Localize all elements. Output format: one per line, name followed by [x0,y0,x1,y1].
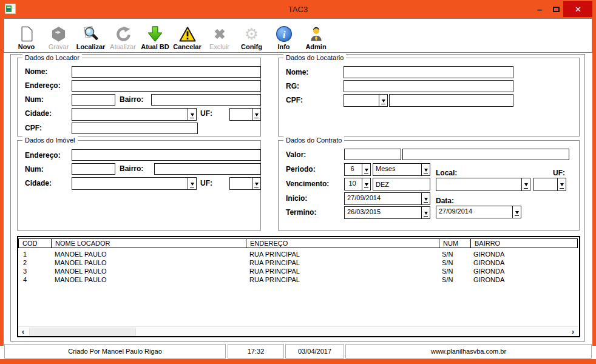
dropdown-arrow-icon[interactable] [379,95,387,106]
dropdown-arrow-icon[interactable] [421,207,430,218]
locador-cidade-combo[interactable] [72,108,197,121]
gear-icon: ⚙ [245,24,259,43]
contrato-periodo-unidade-combo[interactable]: Meses [373,163,430,176]
contrato-vencimento-mes-input[interactable] [373,178,430,190]
combo-value: 6 [345,164,362,175]
table-row[interactable]: 1 MANOEL PAULO RUA PRINCIPAL S/N GIRONDA [18,251,578,259]
contrato-termino-combo[interactable]: 26/03/2015 [344,206,430,219]
cell-cod: 2 [23,259,27,266]
imovel-bairro-input[interactable] [154,163,261,175]
contrato-inicio-combo[interactable]: 27/09/2014 [344,192,430,205]
statusbar-date: 03/04/2017 [285,344,344,359]
toolbar-button-conifg[interactable]: ⚙ Conifg [235,22,268,51]
toolbar-button-novo[interactable]: Novo [10,22,42,51]
minimize-button[interactable]: – [532,1,547,17]
cell-cod: 1 [23,251,27,258]
dropdown-arrow-icon[interactable] [512,206,521,218]
toolbar-button-admin[interactable]: Admin [300,22,332,51]
dropdown-arrow-icon[interactable] [362,178,370,190]
column-header-bairro[interactable]: BAIRRO [471,239,577,248]
toolbar-label: Atual BD [141,43,169,51]
toolbar-button-gravar[interactable]: Gravar [42,22,75,51]
imovel-cidade-combo[interactable] [72,177,197,190]
records-list[interactable]: COD NOME LOCADOR ENDEREÇO NUM BAIRRO 1 M… [17,236,580,337]
column-header-cod[interactable]: COD [19,239,52,248]
contrato-periodo-qtd-combo[interactable]: 6 [344,163,371,176]
toolbar-button-excluir[interactable]: Excluir [203,22,235,51]
cell-bairro: GIRONDA [473,251,504,258]
locatario-rg-label: RG: [286,82,299,90]
toolbar-button-info[interactable]: i Info [268,22,300,51]
locatario-cpf-tipo-combo[interactable] [344,94,388,107]
contrato-valor-moeda-input[interactable] [344,149,401,160]
locador-cidade-label: Cidade: [25,109,52,118]
group-title: Dados do Locador [22,53,82,62]
dropdown-arrow-icon[interactable] [362,164,370,175]
dropdown-arrow-icon[interactable] [421,193,430,204]
locador-nome-input[interactable] [72,66,261,78]
imovel-uf-combo[interactable] [229,177,261,190]
table-row[interactable]: 4 MANOEL PAULO RUA PRINCIPAL S/N GIRONDA [18,276,578,285]
imovel-num-input[interactable] [72,163,115,175]
combo-value: 26/03/2015 [345,207,421,218]
toolbar-label: Novo [18,43,35,51]
cell-nome-locador: MANOEL PAULO [55,259,107,266]
dropdown-arrow-icon[interactable] [188,178,196,189]
column-header-endereco[interactable]: ENDEREÇO [246,239,439,248]
dropdown-arrow-icon[interactable] [421,164,430,175]
dropdown-arrow-icon[interactable] [188,109,196,120]
dropdown-arrow-icon[interactable] [521,178,530,190]
imovel-num-label: Num: [25,165,44,174]
locatario-rg-input[interactable] [344,80,513,92]
combo-value [230,109,252,120]
save-hexagon-icon [50,24,67,43]
locatario-cpf-input[interactable] [389,94,513,107]
contrato-uf-label: UF: [553,169,565,177]
toolbar-button-localizar[interactable]: Localizar [75,22,107,51]
dropdown-arrow-icon[interactable] [252,178,260,189]
cell-nome-locador: MANOEL PAULO [55,276,107,283]
maximize-button[interactable] [548,1,564,17]
contrato-local-combo[interactable] [436,178,530,191]
list-header: COD NOME LOCADOR ENDEREÇO NUM BAIRRO [18,238,578,248]
locador-bairro-input[interactable] [151,94,261,106]
group-dados-do-locador: Dados do Locador Nome: Endereço: Num: Ba… [17,58,261,136]
combo-value: 10 [345,178,362,190]
contrato-termino-label: Termino: [286,208,316,217]
dropdown-arrow-icon[interactable] [252,109,260,120]
contrato-valor-label: Valor: [286,150,306,159]
table-row[interactable]: 2 MANOEL PAULO RUA PRINCIPAL S/N GIRONDA [18,259,578,268]
combo-value [534,178,557,190]
cell-bairro: GIRONDA [473,276,504,283]
combo-value: 27/09/2014 [436,206,512,218]
contrato-valor-input[interactable] [402,149,569,160]
scroll-left-icon[interactable]: ‹ [18,327,28,336]
imovel-uf-label: UF: [200,179,212,187]
locador-cpf-input[interactable] [72,123,198,134]
search-icon [83,24,100,43]
locador-num-input[interactable] [72,94,115,106]
locador-endereco-input[interactable] [72,80,261,92]
column-header-nome-locador[interactable]: NOME LOCADOR [52,239,246,248]
cell-cod: 4 [23,276,27,283]
toolbar-button-cancelar[interactable]: Cancelar [171,22,203,51]
scrollbar-thumb[interactable] [29,328,136,335]
contrato-vencimento-dia-combo[interactable]: 10 [344,178,371,190]
contrato-periodo-label: Periodo: [286,165,316,174]
column-header-num[interactable]: NUM [439,239,471,248]
close-button[interactable]: ✕ [563,1,593,17]
table-row[interactable]: 3 MANOEL PAULO RUA PRINCIPAL S/N GIRONDA [18,268,578,276]
scroll-right-icon[interactable]: › [568,327,578,336]
contrato-uf-combo[interactable] [533,178,566,191]
cell-endereco: RUA PRINCIPAL [249,276,300,283]
imovel-endereco-input[interactable] [72,149,261,161]
group-title: Dados do Contrato [283,136,344,144]
contrato-data-combo[interactable]: 27/09/2014 [436,206,521,218]
toolbar-button-atualbd[interactable]: Atual BD [139,22,171,51]
dropdown-arrow-icon[interactable] [557,178,566,190]
horizontal-scrollbar[interactable]: ‹ › [18,326,578,336]
toolbar-button-atualizar[interactable]: Atualizar [107,22,139,51]
locatario-nome-input[interactable] [344,66,513,78]
cell-num: S/N [442,251,453,258]
locador-uf-combo[interactable] [229,108,261,121]
